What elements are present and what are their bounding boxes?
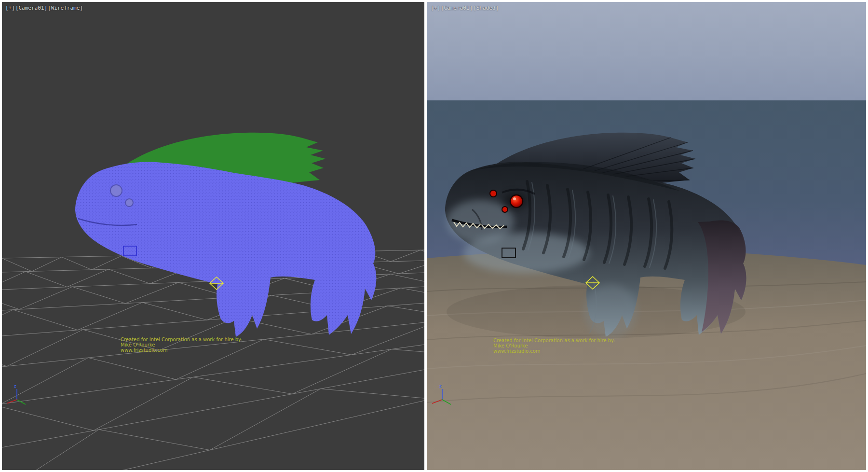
- axis-z-label: z: [14, 384, 16, 389]
- fish-model-wireframe[interactable]: [75, 133, 376, 337]
- viewport-label-left: [+] [Camera01] [Wireframe]: [5, 5, 83, 11]
- axis-y: [17, 400, 26, 404]
- viewport-label-right: [+] [Camera01] [Shaded]: [431, 5, 499, 11]
- credit-line-1: Created for Intel Corporation as a work …: [121, 337, 243, 342]
- viewport-menu-general[interactable]: [+]: [5, 5, 15, 11]
- eye-large: [110, 185, 122, 196]
- viewport-menu-shading[interactable]: [Wireframe]: [48, 5, 83, 11]
- credit-text: Created for Intel Corporation as a work …: [121, 337, 243, 353]
- viewport-menu-pov[interactable]: [Camera01]: [441, 5, 473, 11]
- eye-small: [125, 199, 133, 207]
- credit-line-2: Mike O'Rourke: [493, 343, 615, 348]
- viewport-menu-shading[interactable]: [Shaded]: [473, 5, 499, 11]
- shaded-scene[interactable]: [427, 2, 866, 470]
- credit-line-3: www.frizstudio.com: [121, 347, 243, 353]
- eye-large: [510, 195, 523, 208]
- viewport-shaded[interactable]: [+] [Camera01] [Shaded] Created for Inte…: [427, 2, 866, 470]
- sky: [427, 2, 866, 100]
- credit-line-3: www.frizstudio.com: [493, 348, 615, 354]
- world-axis-tripod: z: [430, 382, 457, 408]
- eye-orb-1: [490, 190, 497, 197]
- credit-line-1: Created for Intel Corporation as a work …: [493, 338, 615, 343]
- axis-x: [432, 400, 442, 403]
- eye-highlight: [513, 197, 516, 200]
- credit-line-2: Mike O'Rourke: [121, 342, 243, 347]
- viewport-wireframe[interactable]: [+] [Camera01] [Wireframe] Created for I…: [2, 2, 424, 470]
- eye-orb-2: [502, 207, 508, 212]
- axis-x: [7, 400, 17, 403]
- axis-y: [442, 400, 451, 404]
- world-axis-tripod: z: [4, 382, 31, 408]
- viewport-menu-pov[interactable]: [Camera01]: [15, 5, 47, 11]
- viewport-split: [+] [Camera01] [Wireframe] Created for I…: [0, 0, 868, 472]
- wireframe-scene[interactable]: [2, 2, 424, 470]
- axis-z-label: z: [439, 384, 442, 389]
- viewport-menu-general[interactable]: [+]: [431, 5, 440, 11]
- credit-text: Created for Intel Corporation as a work …: [493, 338, 615, 354]
